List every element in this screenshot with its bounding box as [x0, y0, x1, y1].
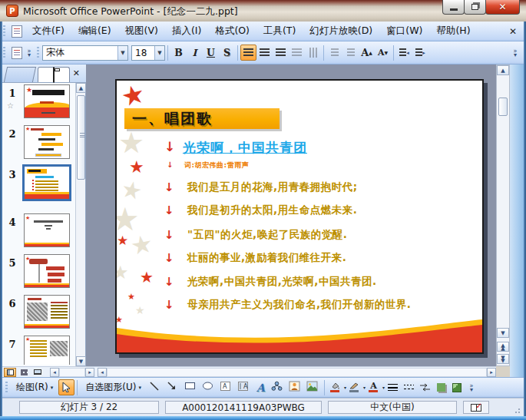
line-color-button[interactable]	[346, 380, 362, 395]
normal-view-button[interactable]	[4, 368, 16, 377]
font-name-combobox[interactable]: 宋体 ▼	[42, 45, 128, 61]
3d-style-button[interactable]	[449, 379, 465, 395]
font-size-combobox[interactable]: 18 ▼	[131, 45, 165, 61]
horizontal-scrollbar[interactable]	[59, 368, 85, 377]
powerpoint-app-icon[interactable]: P	[6, 5, 18, 17]
align-left-button[interactable]	[240, 45, 256, 61]
arrow-tool-button[interactable]	[164, 379, 182, 395]
close-button[interactable]: ✕	[485, 0, 520, 15]
diagram-button[interactable]	[269, 379, 286, 395]
clip-art-button[interactable]	[286, 379, 304, 395]
distribute-button[interactable]	[289, 45, 305, 61]
menu-file[interactable]: 文件(F)	[25, 22, 71, 40]
slide-thumbnail[interactable]: ★	[24, 254, 70, 288]
scrollbar-thumb[interactable]	[498, 98, 508, 116]
menu-help[interactable]: 帮助(H)	[429, 22, 477, 40]
insert-picture-button[interactable]	[304, 379, 322, 395]
tab-outline[interactable]	[4, 67, 36, 82]
bullets-button[interactable]	[342, 45, 359, 61]
align-right-button[interactable]	[273, 45, 289, 61]
vertical-text-box-button[interactable]: A	[235, 379, 253, 395]
toolbar-grip[interactable]	[3, 47, 5, 59]
slide-number: 2	[4, 128, 21, 140]
scroll-left-icon[interactable]: ◂	[98, 368, 107, 377]
increase-font-button[interactable]: A▲	[359, 45, 375, 61]
menu-window[interactable]: 窗口(W)	[379, 22, 429, 40]
new-document-button[interactable]	[8, 45, 25, 61]
close-panel-icon[interactable]: ✕	[73, 68, 80, 78]
slide-title-banner[interactable]: 一、唱团歌	[124, 108, 280, 129]
scroll-down-icon[interactable]: ▼	[497, 328, 509, 338]
scroll-down-icon[interactable]: ▼	[76, 356, 86, 366]
font-color-button[interactable]: A	[366, 380, 382, 395]
scroll-left-icon[interactable]: ◂	[50, 368, 59, 377]
line-style-button[interactable]	[385, 379, 401, 395]
main-vertical-scrollbar[interactable]: ▲ ▼ ▲▲ ▼▼	[496, 64, 510, 366]
chevron-down-icon[interactable]: ▼	[154, 46, 164, 60]
underline-button[interactable]: U	[203, 45, 219, 61]
shadow-style-button[interactable]	[433, 379, 449, 395]
draw-menu-button[interactable]: 绘图(R)▾	[11, 379, 58, 395]
slide-thumbnail[interactable]	[24, 295, 70, 329]
scroll-right-icon[interactable]: ▸	[487, 368, 496, 377]
menu-format[interactable]: 格式(O)	[208, 22, 256, 40]
close-document-icon[interactable]: ✕	[509, 26, 517, 37]
dash-style-button[interactable]	[401, 379, 417, 395]
text-direction-button[interactable]	[305, 45, 321, 61]
chevron-down-icon[interactable]: ▼	[117, 46, 127, 60]
decrease-font-button[interactable]: A▼	[375, 45, 391, 61]
scroll-up-icon[interactable]: ▲	[76, 83, 86, 93]
slide-thumbnail[interactable]: ★	[24, 336, 70, 365]
horizontal-scrollbar[interactable]	[107, 368, 487, 377]
slide-sorter-view-button[interactable]	[18, 368, 30, 377]
minimize-button[interactable]	[442, 0, 465, 15]
menu-edit[interactable]: 编辑(E)	[71, 22, 118, 40]
bullet-text: 我们是五月的花海,用青春拥抱时代;	[187, 180, 358, 194]
bold-button[interactable]: B	[170, 45, 187, 61]
wordart-button[interactable]: A	[253, 379, 269, 395]
document-icon[interactable]	[12, 25, 22, 38]
line-tool-button[interactable]	[147, 379, 164, 395]
slide-thumbnail[interactable]: ★	[24, 213, 70, 247]
text-box-button[interactable]: A	[217, 379, 235, 395]
scroll-right-icon[interactable]: ▸	[85, 368, 94, 377]
slide-thumbnail[interactable]: ★	[24, 125, 70, 159]
toolbar-options-icon[interactable]: »▾	[511, 45, 520, 61]
align-center-button[interactable]	[256, 45, 273, 61]
tab-slides[interactable]	[38, 67, 70, 82]
spelling-status[interactable]	[463, 401, 489, 414]
slide-thumbnail[interactable]: ★	[24, 84, 70, 118]
toolbar-grip[interactable]	[5, 382, 8, 394]
italic-button[interactable]: I	[187, 45, 203, 61]
scroll-up-icon[interactable]: ▲	[497, 65, 509, 75]
restore-button[interactable]	[464, 0, 486, 15]
next-slide-button[interactable]: ▼▼	[497, 354, 509, 364]
slideshow-view-button[interactable]	[31, 368, 44, 377]
numbering-button[interactable]	[326, 45, 342, 61]
animation-indicator-icon: ☆	[7, 101, 14, 110]
decrease-indent-button[interactable]: ◂	[396, 45, 412, 61]
menu-view[interactable]: 视图(V)	[118, 22, 165, 40]
autoshapes-button[interactable]: 自选图形(U)▾	[80, 379, 147, 395]
previous-slide-button[interactable]: ▲▲	[497, 342, 509, 352]
menu-insert[interactable]: 插入(I)	[165, 22, 208, 40]
slide-thumbnail-selected[interactable]	[22, 164, 71, 201]
toolbar-options-icon[interactable]: »▾	[25, 45, 34, 61]
fill-color-button[interactable]	[327, 380, 343, 395]
line-color-swatch	[349, 390, 359, 392]
resize-grip[interactable]	[513, 406, 521, 414]
menu-slideshow[interactable]: 幻灯片放映(D)	[303, 22, 379, 40]
toolbar-options-icon[interactable]: »▾	[467, 379, 476, 396]
thumbnails-scrollbar[interactable]: ▲ ▼	[75, 83, 85, 366]
arrow-style-button[interactable]	[417, 379, 433, 395]
menu-tools[interactable]: 工具(T)	[256, 22, 303, 40]
slide-canvas[interactable]: ★ ★ ★ ★ ★ ★ ★ ★ ★ ★ ★ ★ 一、唱团歌 ↓ 光荣啊，中国共青…	[115, 79, 484, 354]
rectangle-tool-button[interactable]	[182, 379, 200, 395]
scrollbar-thumb[interactable]	[77, 95, 85, 180]
select-objects-button[interactable]	[58, 379, 74, 395]
oval-tool-button[interactable]	[200, 379, 217, 395]
toolbar-grip[interactable]	[37, 47, 39, 59]
text-shadow-button[interactable]: S	[219, 45, 235, 61]
toolbar-grip[interactable]	[3, 25, 5, 38]
increase-indent-button[interactable]: ▸	[412, 45, 428, 61]
